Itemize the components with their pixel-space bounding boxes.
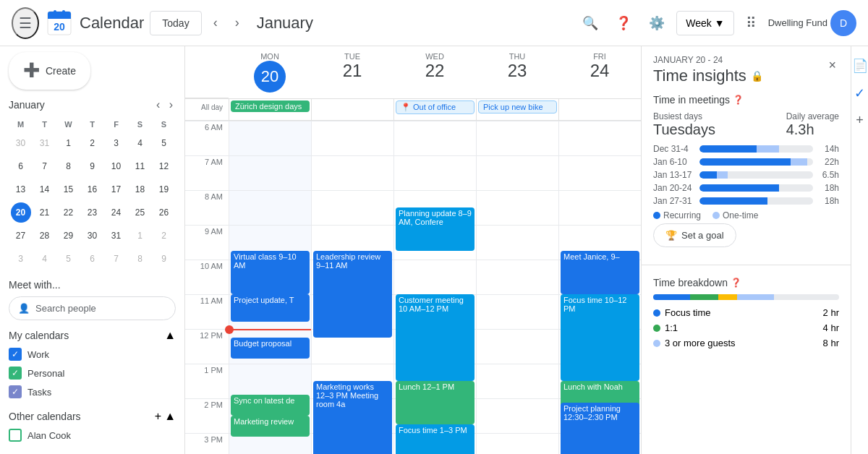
- mini-cal-day[interactable]: 8: [128, 247, 152, 270]
- mini-cal-day[interactable]: 18: [128, 178, 152, 201]
- calendar-event[interactable]: Meet Janice, 9–: [561, 251, 639, 294]
- my-calendar-item[interactable]: ✓Personal: [9, 364, 176, 382]
- mini-cal-day[interactable]: 15: [56, 178, 80, 201]
- prev-arrow[interactable]: ‹: [208, 9, 224, 36]
- mini-cal-next[interactable]: ›: [166, 95, 176, 114]
- mini-cal-day[interactable]: 11: [128, 155, 152, 178]
- mini-cal-day[interactable]: 7: [104, 247, 128, 270]
- mini-cal-day[interactable]: 7: [33, 155, 56, 178]
- mini-cal-day[interactable]: 5: [56, 247, 80, 270]
- calendar-event[interactable]: Focus time 1–3 PM: [396, 424, 475, 454]
- mini-cal-day[interactable]: 6: [9, 155, 33, 178]
- calendar-label: Alan Cook: [27, 430, 71, 441]
- calendar-event[interactable]: Marketing works 12–3 PM Meeting room 4a: [313, 381, 392, 454]
- calendar-event[interactable]: Project planning 12:30–2:30 PM: [561, 403, 639, 454]
- mini-cal-day[interactable]: 19: [152, 178, 176, 201]
- my-calendars-header[interactable]: My calendars ▲: [9, 329, 176, 342]
- mini-cal-day[interactable]: 25: [128, 201, 152, 224]
- my-calendar-item[interactable]: ✓Tasks: [9, 382, 176, 401]
- cal-day-number[interactable]: 23: [479, 61, 556, 82]
- pick-up-bike-event[interactable]: Pick up new bike: [478, 100, 557, 113]
- calendar-event[interactable]: Budget proposal: [231, 338, 310, 359]
- onetime-dot: [712, 212, 720, 219]
- mini-cal-day[interactable]: 8: [56, 155, 80, 178]
- set-goal-button[interactable]: 🏆 Set a goal: [653, 223, 736, 247]
- calendar-event[interactable]: Virtual class 9–10 AM: [231, 251, 310, 294]
- other-calendar-item[interactable]: Alan Cook: [9, 426, 176, 445]
- side-plus-icon[interactable]: +: [856, 113, 864, 128]
- help-button[interactable]: ❓: [610, 9, 637, 37]
- calendar-event[interactable]: Planning update 8–9 AM, Confere: [396, 207, 475, 251]
- cal-day-number[interactable]: 24: [561, 61, 638, 82]
- next-arrow[interactable]: ›: [229, 9, 245, 36]
- zurich-event[interactable]: Zürich design days: [231, 100, 310, 112]
- mini-cal-day[interactable]: 13: [9, 178, 33, 201]
- my-calendar-item[interactable]: ✓Work: [9, 345, 176, 364]
- mini-cal-day[interactable]: 2: [80, 132, 104, 155]
- other-calendars-add-icon[interactable]: +: [155, 410, 161, 423]
- breakdown-dot: [653, 325, 660, 332]
- mini-cal-day[interactable]: 1: [56, 132, 80, 155]
- search-people[interactable]: 👤 Search people: [9, 296, 176, 320]
- mini-cal-day[interactable]: 27: [9, 224, 33, 247]
- mini-cal-day[interactable]: 30: [80, 224, 104, 247]
- mini-cal-day[interactable]: 24: [104, 201, 128, 224]
- mini-cal-day[interactable]: 3: [104, 132, 128, 155]
- cal-header-day: TUE21: [311, 46, 393, 98]
- mini-cal-day[interactable]: 31: [104, 224, 128, 247]
- mini-cal-day[interactable]: 30: [9, 132, 33, 155]
- mini-cal-day[interactable]: 12: [152, 155, 176, 178]
- apps-button[interactable]: ⠿: [740, 9, 762, 38]
- mini-cal-day[interactable]: 16: [80, 178, 104, 201]
- insights-close-button[interactable]: ×: [825, 55, 839, 76]
- menu-icon[interactable]: ☰: [12, 7, 39, 39]
- mini-cal-prev[interactable]: ‹: [153, 95, 163, 114]
- mini-cal-day[interactable]: 21: [33, 201, 56, 224]
- mini-cal-day[interactable]: 6: [80, 247, 104, 270]
- mini-cal-day[interactable]: 22: [56, 201, 80, 224]
- mini-cal-day[interactable]: 26: [152, 201, 176, 224]
- cal-day-number[interactable]: 22: [396, 61, 473, 82]
- mini-cal-day[interactable]: 20: [9, 201, 33, 224]
- all-day-fri: [558, 99, 641, 120]
- calendar-event[interactable]: Marketing review: [231, 416, 310, 437]
- mini-cal-day[interactable]: 3: [9, 247, 33, 270]
- calendar-event[interactable]: Leadership review 9–11 AM: [313, 251, 392, 338]
- cal-day-number[interactable]: 20: [254, 61, 286, 93]
- calendar-event[interactable]: Sync on latest de: [231, 395, 310, 416]
- mini-cal-day[interactable]: 10: [104, 155, 128, 178]
- breakdown-segment: [737, 294, 774, 300]
- settings-button[interactable]: ⚙️: [643, 9, 671, 37]
- cal-day-number[interactable]: 21: [314, 61, 391, 82]
- mini-cal-day[interactable]: 4: [33, 247, 56, 270]
- insights-panel: JANUARY 20 - 24 Time insights 🔒 × Time i…: [641, 46, 851, 454]
- mini-cal-day[interactable]: 28: [33, 224, 56, 247]
- mini-cal-day[interactable]: 29: [56, 224, 80, 247]
- side-notes-icon[interactable]: 📄: [852, 58, 868, 74]
- search-button[interactable]: 🔍: [576, 9, 604, 37]
- calendar-event[interactable]: Focus time 10–12 PM: [561, 294, 639, 381]
- calendar-event[interactable]: Customer meeting 10 AM–12 PM: [396, 294, 475, 381]
- create-button[interactable]: ✚ Create: [9, 52, 90, 90]
- side-task-icon[interactable]: ✓: [854, 85, 865, 101]
- mini-cal-day[interactable]: 9: [80, 155, 104, 178]
- mini-cal-day[interactable]: 14: [33, 178, 56, 201]
- mini-cal-day[interactable]: 5: [152, 132, 176, 155]
- mini-cal-day[interactable]: 9: [152, 247, 176, 270]
- out-of-office-event[interactable]: 📍 Out of office: [396, 100, 475, 114]
- today-button[interactable]: Today: [150, 11, 201, 35]
- insights-bar-row: Jan 27-3118h: [653, 196, 839, 206]
- mini-cal-day[interactable]: 23: [80, 201, 104, 224]
- mini-cal-day[interactable]: 1: [128, 224, 152, 247]
- other-calendars-header[interactable]: Other calendars + ▲: [9, 410, 176, 423]
- mini-cal-day[interactable]: 17: [104, 178, 128, 201]
- user-menu[interactable]: Dwelling Fund D: [768, 10, 856, 36]
- mini-cal-day[interactable]: 4: [128, 132, 152, 155]
- mini-cal-day[interactable]: 31: [33, 132, 56, 155]
- time-slot-cell: [477, 329, 558, 364]
- app-logo[interactable]: 20 Calendar: [45, 9, 144, 38]
- mini-cal-day[interactable]: 2: [152, 224, 176, 247]
- view-selector[interactable]: Week ▼: [676, 11, 733, 35]
- calendar-event[interactable]: Lunch 12–1 PM: [396, 381, 475, 424]
- calendar-event[interactable]: Project update, T: [231, 294, 310, 322]
